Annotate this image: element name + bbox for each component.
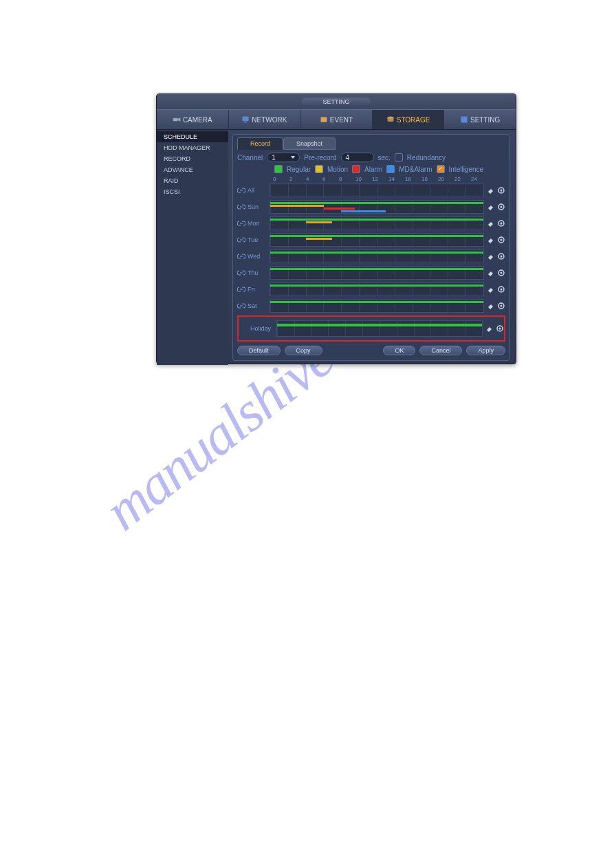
gear-icon[interactable]: [497, 186, 505, 194]
schedule-bar: [270, 252, 483, 254]
row-tools: [487, 269, 505, 277]
nav-event[interactable]: EVENT: [300, 110, 373, 129]
check-icon: ✓: [438, 166, 443, 172]
hour-16: 16: [405, 176, 421, 182]
ok-button[interactable]: OK: [383, 346, 415, 355]
hour-0: 0: [273, 176, 289, 182]
eraser-icon[interactable]: [487, 285, 495, 293]
eraser-icon[interactable]: [487, 203, 495, 211]
holiday-label: Holiday: [250, 325, 276, 332]
eraser-icon[interactable]: [487, 269, 495, 277]
day-grid[interactable]: [270, 183, 484, 197]
camera-icon: [173, 115, 181, 124]
nav-network-label: NETWORK: [252, 116, 287, 124]
sidebar-record[interactable]: RECORD: [157, 153, 228, 164]
sidebar-hdd-manager[interactable]: HDD MANAGER: [157, 142, 228, 153]
legend-alarm-box[interactable]: [352, 165, 360, 173]
eraser-icon[interactable]: [487, 302, 495, 310]
svg-point-23: [499, 328, 501, 330]
legend-regular-box[interactable]: [274, 165, 283, 173]
day-grid[interactable]: [270, 200, 484, 214]
legend-intelligence-box[interactable]: ✓: [437, 165, 445, 173]
link-icon[interactable]: [237, 203, 245, 210]
day-grid[interactable]: [270, 216, 484, 230]
day-label: Fri: [248, 286, 270, 293]
legend-motion-box[interactable]: [315, 165, 323, 173]
channel-value: 1: [272, 154, 276, 162]
link-icon[interactable]: [237, 187, 245, 194]
day-row-wed: Wed: [237, 248, 505, 265]
tab-record[interactable]: Record: [237, 137, 283, 150]
link-icon[interactable]: [237, 269, 245, 276]
svg-rect-2: [245, 122, 247, 123]
sidebar-raid[interactable]: RAID: [157, 175, 228, 186]
sidebar-iscsi[interactable]: ISCSI: [157, 186, 228, 197]
gear-icon[interactable]: [497, 269, 505, 277]
legend-motion-label: Motion: [327, 166, 348, 173]
gear-icon[interactable]: [497, 302, 505, 310]
day-grid[interactable]: [270, 299, 484, 313]
link-icon[interactable]: [237, 220, 245, 227]
hour-14: 14: [388, 176, 405, 182]
day-grid[interactable]: [270, 282, 484, 296]
day-row-tue: Tue: [237, 232, 505, 248]
nav-storage[interactable]: STORAGE: [373, 110, 445, 129]
schedule-bar: [270, 205, 324, 207]
schedule-bar: [270, 285, 483, 287]
hour-10: 10: [355, 176, 372, 182]
eraser-icon[interactable]: [487, 236, 495, 244]
legend-mdalarm-box[interactable]: [386, 165, 395, 173]
gear-icon[interactable]: [497, 203, 505, 211]
eraser-icon[interactable]: [487, 219, 495, 227]
sidebar-schedule[interactable]: SCHEDULE: [157, 131, 228, 142]
apply-button[interactable]: Apply: [466, 346, 505, 355]
nav-camera-label: CAMERA: [183, 116, 212, 124]
day-grid[interactable]: [270, 233, 484, 247]
day-grid[interactable]: [270, 249, 484, 263]
channel-select[interactable]: 1: [267, 153, 300, 162]
gear-icon[interactable]: [496, 324, 504, 333]
tab-snapshot[interactable]: Snapshot: [283, 137, 336, 150]
gear-icon[interactable]: [497, 285, 505, 293]
copy-button[interactable]: Copy: [285, 346, 322, 355]
legend-intelligence-label: Intelligence: [449, 166, 484, 173]
setting-icon: [460, 115, 468, 124]
redundancy-checkbox[interactable]: [395, 153, 403, 162]
cancel-button[interactable]: Cancel: [419, 346, 462, 355]
row-tools: [487, 302, 505, 310]
eraser-icon[interactable]: [485, 324, 494, 333]
day-label: Sun: [248, 203, 270, 210]
gear-icon[interactable]: [497, 219, 505, 227]
default-button[interactable]: Default: [237, 346, 281, 355]
svg-point-19: [501, 289, 503, 291]
link-icon[interactable]: [237, 253, 245, 260]
prerecord-value: 4: [346, 154, 350, 162]
hour-22: 22: [454, 176, 471, 182]
link-icon[interactable]: [237, 302, 245, 309]
channel-label: Channel: [237, 154, 263, 162]
day-row-fri: Fri: [237, 281, 505, 298]
svg-rect-3: [320, 117, 327, 122]
nav-setting[interactable]: SETTING: [444, 110, 516, 129]
hour-20: 20: [438, 176, 454, 182]
link-icon[interactable]: [237, 236, 245, 243]
schedule-bar: [277, 324, 482, 326]
schedule-bar: [270, 202, 483, 204]
holiday-grid[interactable]: [276, 320, 483, 337]
sidebar: SCHEDULE HDD MANAGER RECORD ADVANCE RAID…: [157, 130, 228, 365]
prerecord-input[interactable]: 4: [341, 153, 374, 162]
eraser-icon[interactable]: [487, 186, 495, 194]
schedule-bar: [270, 235, 483, 237]
sidebar-advance[interactable]: ADVANCE: [157, 164, 228, 175]
legend-regular-label: Regular: [287, 166, 311, 173]
gear-icon[interactable]: [497, 252, 505, 260]
svg-rect-5: [461, 117, 468, 123]
holiday-row: Holiday: [239, 318, 504, 339]
nav-network[interactable]: NETWORK: [229, 110, 301, 129]
gear-icon[interactable]: [497, 236, 505, 244]
eraser-icon[interactable]: [487, 252, 495, 260]
days-container: AllSunMonTueWedThuFriSat: [237, 182, 505, 314]
day-grid[interactable]: [270, 266, 484, 280]
nav-camera[interactable]: CAMERA: [157, 110, 229, 129]
link-icon[interactable]: [237, 286, 245, 293]
